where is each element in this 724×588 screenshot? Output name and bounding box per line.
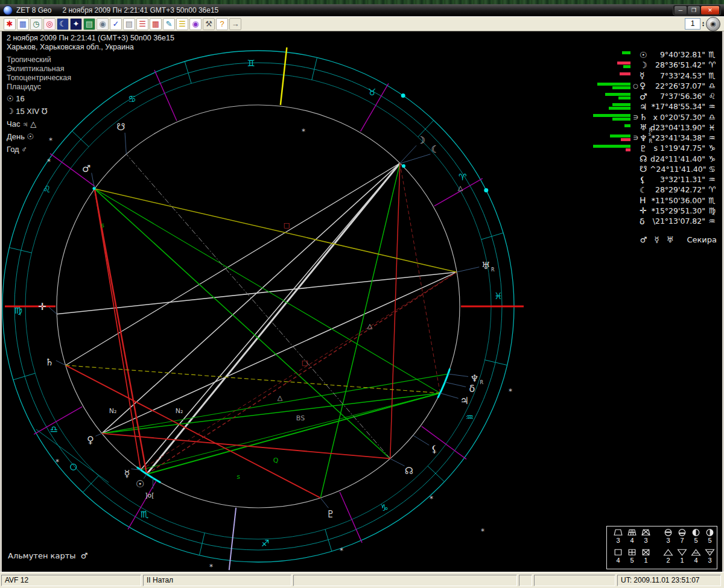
circ-left-stat: 5 [689, 528, 703, 544]
saturn-sign: ♎ [705, 113, 716, 122]
close-button[interactable]: ✕ [701, 6, 719, 14]
redraw-button[interactable]: ◉ [706, 17, 720, 31]
planet-row-uranus[interactable]: ♅Rd23°04'13.90"♓ [593, 122, 717, 133]
planet-glyph-saturn: ♄ [45, 356, 54, 368]
strength-bars-object-h [593, 195, 632, 206]
aspect-line-venus-uranus [102, 272, 457, 433]
planet-row-pluto[interactable]: ♇s 1°19'47.75"♑ [593, 143, 717, 153]
year-ruler-line: Год ♂ [7, 144, 174, 155]
database-icon[interactable]: ◉ [97, 18, 109, 30]
tools-icon[interactable]: ⚒ [203, 18, 215, 30]
planet-row-mercury[interactable]: ☿7°33'24.53"♏ [593, 71, 717, 81]
circ-top-stat: 3 [661, 528, 675, 544]
spin-down-icon[interactable]: ▾ [702, 24, 704, 27]
planet-connector-neptune [448, 374, 468, 376]
planet-row-node[interactable]: ☊d24°11'41.40"♑ [593, 154, 717, 164]
planet-row-south-node[interactable]: ☋^24°11'41.40"♋ [593, 164, 717, 174]
planet-connector-lilith [413, 435, 430, 445]
planet-connector-jupiter [440, 393, 458, 399]
aspect-line-sun-uranus [147, 272, 457, 474]
square-grid-stat: 5 [625, 548, 639, 564]
sun-day-line: ☉ 16 [7, 93, 174, 104]
configuration-line: ♂ ☿ ♅ Секира [605, 235, 717, 244]
planet-row-jupiter[interactable]: ♃*17°48'55.34"♒ [593, 101, 717, 112]
pen-icon[interactable]: ✓ [110, 18, 122, 30]
house-cusp-6 [422, 426, 466, 459]
aspect-line-saturn-jupiter [66, 365, 440, 393]
planet-connector-object-delta [445, 382, 466, 387]
configuration-planets: ♂ ☿ ♅ [640, 235, 676, 244]
clock-icon[interactable]: ◷ [30, 18, 42, 30]
pluto-glyph: ♇ [640, 144, 650, 153]
notes-icon[interactable]: ☰ [176, 18, 188, 30]
stars-icon[interactable]: ✦ [70, 18, 82, 30]
transit-clock-icon[interactable]: ▦ [150, 18, 162, 30]
help-icon[interactable]: ? [216, 18, 228, 30]
setting-line: Тропический [7, 55, 174, 65]
fixed-star-mark: * [430, 495, 433, 503]
planet-row-lilith[interactable]: ⚸3°32'11.31"♒ [593, 174, 717, 185]
moon-sign: ♈ [705, 60, 716, 69]
planet-row-object-cross[interactable]: ✛*15°29'51.30"♍ [593, 206, 717, 216]
sign-glyph-aquarius: ♒ [466, 412, 474, 423]
exit-icon[interactable]: → [229, 18, 241, 30]
chart-area[interactable]: ♈♉♊♋♌♍♎♏♐♑♒♓☉☽☿♀♂♃♄♅R♆R♇☊☋⚸☾]o[✛δ□□△△△N₂… [0, 31, 724, 572]
maximize-button[interactable]: ❐ [688, 6, 700, 14]
planet-row-selena[interactable]: ☾28°29'42.72"♈ [593, 185, 717, 195]
aspect-symbol: s [237, 473, 240, 481]
events-icon[interactable]: ✱ [4, 18, 16, 30]
spin-arrows[interactable]: ▴ ▾ [702, 21, 704, 27]
square-x-stat: 1 [639, 548, 653, 564]
pluto-sign: ♑ [705, 144, 716, 153]
planet-row-sun[interactable]: ☉9°40'32.81"♏ [593, 49, 717, 60]
tables-icon[interactable]: ▦ [17, 18, 29, 30]
sign-glyph-libra: ♎ [50, 424, 58, 435]
graph-icon[interactable]: ✎ [163, 18, 175, 30]
trap-grid-stat: 4 [625, 528, 639, 544]
planet-glyph-neptune: ♆ [470, 373, 478, 384]
planet-row-mars[interactable]: ♂7°37'56.36"♌ [593, 91, 717, 101]
aspect-line-mars-jupiter [95, 189, 440, 393]
day-ruler-line: День ☉ [7, 131, 174, 142]
statusbar-panel-4 [534, 575, 615, 586]
sphere-icon[interactable]: ◉ [189, 18, 202, 30]
planet-row-object-delta[interactable]: δ\21°13'07.82"♒ [593, 216, 717, 226]
horoscope-icon[interactable]: ◎ [43, 18, 56, 30]
trap-x-stat: 3 [639, 528, 653, 544]
interpretation-icon[interactable]: ☰ [136, 18, 148, 30]
planet-row-moon[interactable]: ☽28°36'51.42"♈ [593, 60, 717, 70]
configuration-label: Секира [687, 235, 717, 244]
planet-connector-venus [95, 434, 101, 437]
sun-sign: ♏ [705, 50, 716, 59]
sky-icon[interactable]: ☾ [57, 18, 69, 30]
aspect-line-venus-node [102, 434, 390, 459]
jupiter-position: *17°48'55.34" [650, 102, 705, 111]
chart-number-input[interactable]: 1 [685, 18, 700, 30]
sun-glyph: ☉ [640, 50, 650, 60]
planet-row-saturn[interactable]: ∋♄x 0°20'57.30"♎ [593, 112, 717, 122]
venus-sign: ♎ [705, 81, 716, 90]
planet-row-object-h[interactable]: H*11°50'36.00"♏ [593, 195, 717, 206]
south-node-glyph: ☋ [640, 164, 650, 174]
aspect-symbol: N₂ [109, 407, 117, 415]
statusbar-panel-2 [293, 575, 517, 586]
chart-info-block: 2 ноября 2009 Пн 2:21:41 (GMT+3) 50n00 3… [7, 34, 174, 155]
object-delta-position: \21°13'07.82" [650, 217, 705, 226]
uranus-position: d23°04'13.90" [650, 123, 705, 132]
titlebar[interactable]: ZET 8 Geo 2 ноября 2009 Пн 2:21:41 GMT+3… [0, 4, 724, 16]
map-icon[interactable]: ▤ [83, 18, 95, 30]
sign-glyph-scorpio: ♏ [141, 509, 149, 520]
document-icon[interactable]: ▤ [123, 18, 135, 30]
planet-glyph-venus: ♀ [87, 434, 94, 446]
aspect-line-node-south-node [126, 154, 390, 459]
mars-position: 7°37'56.36" [650, 92, 705, 101]
planet-row-venus[interactable]: ○♀22°26'37.07"♎ [593, 81, 717, 91]
planet-row-neptune[interactable]: ∋♆sR*23°41'34.38"♒ [593, 133, 717, 143]
planet-glyph-object-cross: ✛ [38, 301, 46, 312]
planet-connector-object-cross [49, 307, 57, 314]
marker-dot [402, 164, 405, 168]
minimize-button[interactable]: ─ [675, 6, 687, 14]
fixed-star-mark: * [209, 563, 213, 571]
mercury-position: 7°33'24.53" [650, 71, 705, 80]
venus-glyph: ♀ [640, 81, 650, 90]
